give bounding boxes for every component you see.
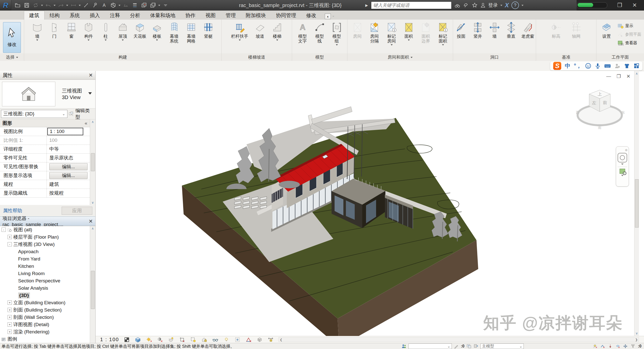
set-work-plane-button[interactable]: 设置 (598, 21, 615, 39)
tab-view[interactable]: 视图 (200, 11, 221, 20)
tree-item-building-elevation[interactable]: +立面 (Building Elevation) (0, 299, 95, 306)
redo-dropdown-icon[interactable] (66, 5, 68, 6)
modify-button[interactable]: 修改 (3, 22, 21, 53)
work-plane-panel-label[interactable]: 工作平面 (596, 53, 644, 61)
undo-button[interactable] (45, 2, 52, 9)
browser-scrollbar[interactable]: ∧ ∨ (90, 226, 95, 349)
filter-icon[interactable] (630, 344, 635, 349)
recorder-toggle[interactable] (577, 2, 607, 8)
curtain-system-button[interactable]: 幕墙系统 (166, 21, 182, 43)
section-graphics[interactable]: 图形« (0, 119, 90, 127)
add-to-set-icon[interactable] (473, 344, 478, 349)
floor-button[interactable]: 楼板 (149, 21, 165, 41)
design-options-icon[interactable] (466, 344, 471, 349)
zoom-tool-icon[interactable] (620, 169, 625, 174)
tab-insert[interactable]: 插入 (85, 11, 105, 20)
3d-view-dropdown-icon[interactable] (118, 5, 120, 6)
editable-only-icon[interactable] (454, 344, 459, 349)
apply-button[interactable]: 应用 (62, 207, 92, 215)
prop-row-hidden-lines[interactable]: 显示隐藏线按规程 (0, 189, 90, 198)
scroll-up-icon[interactable]: ∧ (92, 120, 94, 124)
tag-area-button[interactable]: 1标记面积 (435, 21, 451, 46)
canvas-horizontal-scrollbar[interactable]: ❮ ❯ (278, 337, 639, 342)
view-cube[interactable]: 上 左 前 西 南 东 (575, 85, 627, 133)
scroll-left-icon[interactable]: ❮ (280, 338, 282, 341)
tab-modify[interactable]: 修改 (301, 11, 321, 20)
vertical-opening-button[interactable]: 垂直 (503, 21, 519, 39)
show-crop-region-icon[interactable] (190, 337, 196, 343)
scroll-right-icon[interactable]: ❯ (635, 338, 638, 341)
app-menu-button[interactable]: R (0, 0, 11, 11)
analytical-model-icon[interactable]: ✕ (245, 337, 252, 343)
model-line-button[interactable]: 模型线 (311, 21, 328, 43)
tab-analyze[interactable]: 分析 (125, 11, 145, 20)
room-separator-button[interactable]: 房间分隔 (366, 21, 383, 43)
ime-skin-icon[interactable] (624, 63, 630, 69)
wheel-dropdown-icon[interactable] (621, 163, 624, 165)
communication-center-icon[interactable] (463, 2, 469, 8)
tab-annotate[interactable]: 注释 (105, 11, 125, 20)
railing-button[interactable]: 栏杆扶手 (228, 21, 251, 41)
scroll-down-icon[interactable]: ∨ (635, 331, 638, 335)
drag-selection-icon[interactable] (623, 344, 628, 349)
design-option-dropdown[interactable]: 主模型⌄ (480, 343, 524, 349)
section-collapse-icon[interactable]: « (85, 120, 87, 126)
mullion-button[interactable]: 竖梃 (200, 21, 217, 39)
tree-item-building-section[interactable]: +剖面 (Building Section) (0, 306, 95, 314)
navbar-close-icon[interactable]: ⊗ (625, 148, 628, 152)
measure-dropdown-icon[interactable] (79, 5, 81, 6)
customize-qat-icon[interactable] (162, 2, 169, 9)
tree-item-solar-analysis[interactable]: Solar Analysis (0, 284, 95, 292)
model-text-button[interactable]: A模型文字 (294, 21, 311, 43)
prop-row-parts-visibility[interactable]: 零件可见性显示原状态 (0, 154, 90, 162)
opening-panel-label[interactable]: 洞口 (453, 53, 536, 61)
tab-addins[interactable]: 附加模块 (241, 11, 271, 20)
select-pinned-icon[interactable] (608, 344, 613, 349)
tab-collab-manage[interactable]: 协同管理 (271, 11, 301, 20)
select-by-face-icon[interactable]: ✕ (615, 344, 620, 349)
ime-keyboard-icon[interactable] (604, 63, 611, 69)
wall-button[interactable]: 墙 (29, 21, 46, 41)
detail-level-icon[interactable] (124, 337, 130, 343)
steering-wheel-icon[interactable] (618, 153, 627, 162)
shaft-button[interactable]: 竖井 (470, 21, 486, 39)
properties-header[interactable]: 属性 ✕ (0, 71, 95, 80)
drawing-area[interactable]: — ❐ ✕ 上 左 前 西 南 东 ⊗ 知乎 @凉拌谢耳朵 ∧ ∨ (96, 71, 639, 336)
tree-item-approach[interactable]: Approach (0, 248, 95, 255)
shadows-icon[interactable]: ✕ (157, 337, 163, 343)
zoom-dropdown-icon[interactable] (621, 175, 624, 176)
default-3d-view-button[interactable] (109, 2, 117, 9)
tab-collaborate[interactable]: 协作 (180, 11, 200, 20)
prop-row-graphic-display[interactable]: 图形显示选项编辑... (0, 171, 90, 180)
ime-toolbox-icon[interactable] (633, 63, 639, 69)
view-scale-button[interactable]: 1 : 100 (100, 337, 119, 342)
viewer-button[interactable]: 查看器 (616, 39, 642, 47)
signin-person-icon[interactable] (480, 2, 486, 8)
search-input[interactable] (371, 2, 452, 9)
prop-row-vg-overrides[interactable]: 可见性/图形替换编辑... (0, 162, 90, 171)
scrollbar-thumb[interactable] (635, 179, 639, 228)
close-window-icon[interactable]: ✕ (632, 2, 637, 9)
graphic-display-edit-button[interactable]: 编辑... (49, 172, 88, 179)
view-close-icon[interactable]: ✕ (626, 73, 630, 79)
view-scale-value[interactable]: 1 : 100 (47, 128, 83, 135)
opening-by-face-button[interactable]: 按面 (453, 21, 469, 39)
reveal-constraints-icon[interactable] (267, 337, 274, 343)
select-links-icon[interactable]: ✕ (593, 344, 598, 349)
component-button[interactable]: 构件 (80, 21, 97, 41)
ime-emoji-icon[interactable] (585, 63, 591, 69)
switch-windows-button[interactable] (149, 2, 157, 9)
scrollbar-thumb[interactable] (91, 271, 95, 309)
tree-item-legends[interactable]: 图例 (0, 335, 95, 343)
ramp-button[interactable]: 坡道 (252, 21, 268, 39)
tab-manage[interactable]: 管理 (221, 11, 241, 20)
favorites-star-icon[interactable] (472, 2, 478, 8)
column-button[interactable]: 柱 (97, 21, 114, 41)
type-preview[interactable]: 三维视图3D View (0, 80, 95, 109)
tree-item-wall-section[interactable]: +剖面 (Wall Section) (0, 314, 95, 321)
properties-help-link[interactable]: 属性帮助 (3, 207, 22, 214)
tree-item-living-room[interactable]: Living Room (0, 270, 95, 277)
rendering-dialog-icon[interactable] (168, 337, 174, 343)
model-panel-label[interactable]: 模型 (292, 53, 347, 61)
ceiling-button[interactable]: 天花板 (132, 21, 148, 39)
